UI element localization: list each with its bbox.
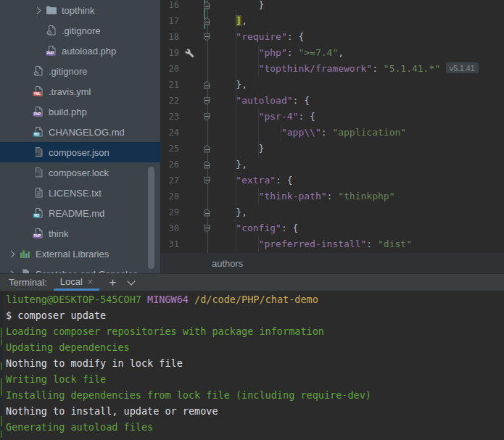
fold-marker-icon[interactable] [200,225,213,233]
tree-item[interactable]: composer.lock [0,162,160,183]
code-line[interactable]: 25 } [161,141,504,157]
fold-marker-icon[interactable] [200,177,213,185]
svg-text:PHP: PHP [34,112,41,116]
tree-item[interactable]: LICENSE.txt [0,183,160,203]
chevron-right-icon[interactable] [33,8,46,13]
php-file-icon: PHP [33,106,44,117]
code-line[interactable]: 22 "autoload": { [161,93,504,109]
fold-marker-icon[interactable] [200,33,213,41]
md-file-icon: MD [33,207,44,219]
code-text[interactable]: "preferred-install": "dist" [213,236,412,252]
code-line[interactable]: 24 "app\\": "application" [161,125,504,141]
terminal-output[interactable]: liuteng@DESKTOP-545COH7 MINGW64 /d/code/… [0,291,504,440]
code-text[interactable]: }, [213,204,247,220]
tree-item-label: README.md [49,208,104,219]
code-text[interactable]: ], [213,13,247,29]
code-line[interactable]: 28 "think-path": "thinkphp" [161,188,504,204]
code-text[interactable]: "topthink/framework": "5.1.41.*"v5.1.41 [213,61,479,77]
breadcrumb[interactable]: authors [212,258,243,269]
external-libraries-icon [20,248,31,260]
tree-item[interactable]: MDCHANGELOG.md [0,122,160,142]
terminal-line: Installing dependencies from lock file (… [6,387,504,403]
tree-item[interactable]: YML.travis.yml [0,81,160,101]
fold-marker-icon[interactable] [200,161,213,169]
code-line[interactable]: 17 ], [161,13,504,29]
code-lines[interactable]: 16 }17 ],18 "require": {19 "php": ">=7.4… [161,0,504,252]
tree-item[interactable]: composer.json [0,142,160,162]
code-line[interactable]: 31 "preferred-install": "dist" [161,236,504,252]
line-number: 16 [161,0,179,10]
code-text[interactable]: "extra": { [213,173,293,188]
code-text[interactable]: }, [213,77,247,93]
code-line[interactable]: 30 "config": { [161,220,504,236]
tree-item[interactable]: .gitignore [0,20,160,41]
folder-icon [46,4,57,16]
code-text[interactable]: "require": { [213,29,304,45]
chevron-down-icon[interactable] [128,277,136,285]
code-text[interactable]: "php": ">=7.4", [213,45,344,61]
code-line[interactable]: 16 } [161,0,504,13]
project-tree: topthink.gitignorePHPautoload.php.gitign… [0,0,161,274]
fold-marker-icon[interactable] [200,145,213,153]
scrollbar-thumb[interactable] [148,167,154,269]
code-text[interactable]: "psr-4": { [213,109,315,125]
tree-item[interactable]: PHPbuild.php [0,101,160,122]
fold-marker-icon[interactable] [200,97,213,105]
tree-item-label: think [49,228,68,239]
new-session-icon[interactable]: + [109,276,116,289]
composer-file-icon [33,146,44,158]
line-number: 21 [161,80,179,90]
terminal-line: Updating dependencies [6,339,504,355]
tree-item[interactable]: MDREADME.md [0,203,160,223]
terminal-label: Terminal: [9,277,47,288]
code-text[interactable]: "think-path": "thinkphp" [213,188,394,204]
terminal-line: Loading composer repositories with packa… [6,323,504,339]
line-number: 22 [161,96,179,106]
composer-file-icon [33,167,44,178]
line-number: 25 [161,144,179,154]
tree-item[interactable]: External Libraries [0,244,160,264]
line-number: 27 [161,175,179,186]
code-text[interactable]: } [213,0,264,13]
terminal-edge-stripe [0,291,3,440]
tree-item[interactable]: .gitignore [0,61,160,81]
code-line[interactable]: 23 "psr-4": { [161,109,504,125]
tree-item-label: .travis.yml [49,86,91,97]
fold-marker-icon[interactable] [200,113,213,121]
line-number: 29 [161,207,179,217]
code-line[interactable]: 21 }, [161,77,504,93]
code-editor[interactable]: 16 }17 ],18 "require": {19 "php": ">=7.4… [161,0,504,253]
code-line[interactable]: 29 }, [161,204,504,220]
terminal-line: liuteng@DESKTOP-545COH7 MINGW64 /d/code/… [6,291,504,307]
tree-item[interactable]: Scratches and Consoles [0,264,160,274]
code-line[interactable]: 18 "require": { [161,29,504,45]
code-line[interactable]: 20 "topthink/framework": "5.1.41.*"v5.1.… [161,61,504,77]
fold-marker-icon[interactable] [200,81,213,89]
code-text[interactable]: } [213,141,264,157]
wrench-icon[interactable] [179,49,200,58]
code-line[interactable]: 19 "php": ">=7.4", [161,45,504,61]
tree-item[interactable]: topthink [0,0,160,20]
code-line[interactable]: 26 }, [161,157,504,173]
code-text[interactable]: "app\\": "application" [213,125,406,141]
chevron-right-icon[interactable] [7,252,20,257]
tree-item[interactable]: PHPthink [0,223,160,244]
tree-item-label: CHANGELOG.md [49,127,125,138]
code-text[interactable]: "autoload": { [213,93,310,109]
code-line[interactable]: 27 "extra": { [161,173,504,188]
code-text[interactable]: "config": { [213,220,298,236]
terminal-header: Terminal: Local × + [0,273,504,291]
code-text[interactable]: }, [213,157,247,173]
fold-marker-icon[interactable] [200,1,213,9]
gitignore-file-icon [33,65,44,77]
fold-marker-icon[interactable] [200,209,213,217]
tree-item[interactable]: PHPautoload.php [0,41,160,61]
terminal-tab-local[interactable]: Local × [54,274,100,291]
tree-item-label: External Libraries [36,249,109,260]
terminal-line: Generating autoload files [6,419,504,435]
tree-item-label: LICENSE.txt [49,188,102,199]
breadcrumb-bar: authors [161,253,504,273]
close-icon[interactable]: × [88,276,94,287]
fold-marker-icon[interactable] [200,17,213,25]
php-file-icon: PHP [33,228,44,239]
